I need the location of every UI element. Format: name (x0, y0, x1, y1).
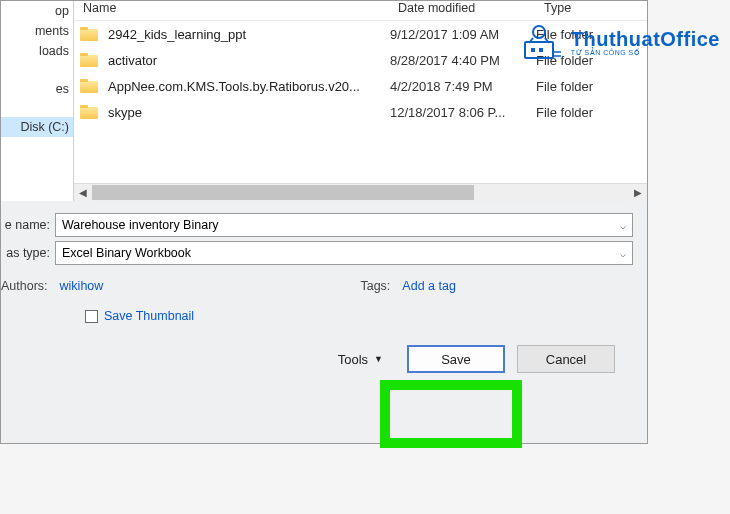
scroll-thumb[interactable] (92, 185, 474, 200)
svg-point-3 (533, 26, 545, 38)
folder-icon (80, 27, 98, 41)
save-button[interactable]: Save (407, 345, 505, 373)
filename-label: e name: (1, 218, 55, 232)
chevron-down-icon: ▼ (374, 354, 383, 364)
file-name: 2942_kids_learning_ppt (108, 27, 246, 42)
file-type: File folder (536, 105, 647, 120)
nav-item[interactable]: op (1, 1, 73, 21)
filetype-select[interactable]: Excel Binary Workbook ⌵ (55, 241, 633, 265)
filename-input[interactable]: Warehouse inventory Binary ⌵ (55, 213, 633, 237)
tags-value[interactable]: Add a tag (402, 279, 456, 293)
svg-rect-1 (531, 48, 535, 52)
scroll-track[interactable] (92, 184, 629, 202)
nav-spacer (1, 99, 73, 117)
file-name: activator (108, 53, 157, 68)
file-date: 4/2/2018 7:49 PM (390, 79, 536, 94)
chevron-down-icon[interactable]: ⌵ (620, 220, 626, 231)
nav-item[interactable]: ments (1, 21, 73, 41)
file-row[interactable]: skype 12/18/2017 8:06 P... File folder (74, 99, 647, 125)
watermark-icon (521, 20, 565, 64)
nav-spacer (1, 61, 73, 79)
filetype-value: Excel Binary Workbook (62, 246, 191, 260)
chevron-down-icon[interactable]: ⌵ (620, 248, 626, 259)
column-name[interactable]: Name (74, 1, 390, 16)
tools-dropdown[interactable]: Tools ▼ (338, 352, 383, 367)
filetype-label: as type: (1, 246, 55, 260)
save-thumbnail-label: Save Thumbnail (104, 309, 194, 323)
save-thumbnail-checkbox[interactable] (85, 310, 98, 323)
column-date[interactable]: Date modified (390, 1, 536, 16)
authors-value[interactable]: wikihow (60, 279, 104, 293)
file-date: 8/28/2017 4:40 PM (390, 53, 536, 68)
horizontal-scrollbar[interactable]: ◀ ▶ (74, 183, 647, 201)
watermark-title: ThuthuatOffice (571, 28, 720, 50)
nav-item[interactable]: loads (1, 41, 73, 61)
folder-icon (80, 105, 98, 119)
navigation-tree[interactable]: op ments loads es Disk (C:) (1, 1, 74, 201)
authors-label: Authors: (1, 279, 48, 293)
scroll-right-icon[interactable]: ▶ (629, 184, 647, 202)
scroll-left-icon[interactable]: ◀ (74, 184, 92, 202)
column-type[interactable]: Type (536, 1, 647, 16)
svg-rect-2 (539, 48, 543, 52)
nav-item[interactable]: es (1, 79, 73, 99)
nav-item-selected[interactable]: Disk (C:) (1, 117, 73, 137)
file-type: File folder (536, 79, 647, 94)
save-as-dialog: op ments loads es Disk (C:) Name Date mo… (0, 0, 648, 444)
file-name: skype (108, 105, 142, 120)
file-date: 9/12/2017 1:09 AM (390, 27, 536, 42)
column-headers[interactable]: Name Date modified Type (74, 1, 647, 21)
file-row[interactable]: AppNee.com.KMS.Tools.by.Ratiborus.v20...… (74, 73, 647, 99)
file-name: AppNee.com.KMS.Tools.by.Ratiborus.v20... (108, 79, 360, 94)
folder-icon (80, 79, 98, 93)
cancel-button[interactable]: Cancel (517, 345, 615, 373)
watermark: ThuthuatOffice TỪ SẢN CÔNG SỐ (521, 20, 720, 64)
tools-label: Tools (338, 352, 368, 367)
filename-value: Warehouse inventory Binary (62, 218, 219, 232)
file-date: 12/18/2017 8:06 P... (390, 105, 536, 120)
tags-label: Tags: (360, 279, 390, 293)
folder-icon (80, 53, 98, 67)
